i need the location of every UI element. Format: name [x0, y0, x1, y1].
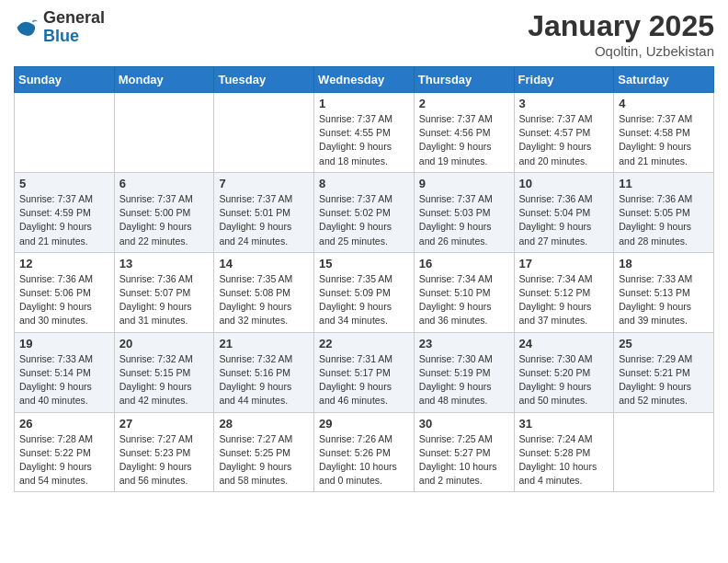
day-info-15: Sunrise: 7:35 AM Sunset: 5:09 PM Dayligh…	[319, 272, 409, 328]
col-sunday: Sunday	[15, 67, 115, 93]
calendar-cell-w1-d4: 2Sunrise: 7:37 AM Sunset: 4:56 PM Daylig…	[414, 93, 514, 173]
calendar-cell-w1-d2	[214, 93, 314, 173]
day-number-23: 23	[419, 337, 509, 350]
logo-icon	[14, 15, 40, 40]
calendar-cell-w3-d6: 18Sunrise: 7:33 AM Sunset: 5:13 PM Dayli…	[614, 252, 714, 332]
day-info-14: Sunrise: 7:35 AM Sunset: 5:08 PM Dayligh…	[219, 272, 309, 328]
calendar-cell-w3-d0: 12Sunrise: 7:36 AM Sunset: 5:06 PM Dayli…	[15, 252, 115, 332]
calendar-cell-w2-d1: 6Sunrise: 7:37 AM Sunset: 5:00 PM Daylig…	[114, 172, 214, 252]
day-info-6: Sunrise: 7:37 AM Sunset: 5:00 PM Dayligh…	[119, 192, 210, 248]
day-number-12: 12	[19, 257, 109, 270]
day-number-6: 6	[119, 177, 210, 190]
day-number-30: 30	[419, 417, 509, 431]
day-number-3: 3	[519, 97, 609, 110]
day-info-12: Sunrise: 7:36 AM Sunset: 5:06 PM Dayligh…	[19, 272, 109, 328]
day-info-1: Sunrise: 7:37 AM Sunset: 4:55 PM Dayligh…	[319, 112, 409, 168]
calendar-cell-w5-d0: 26Sunrise: 7:28 AM Sunset: 5:22 PM Dayli…	[15, 412, 115, 492]
calendar-cell-w4-d1: 20Sunrise: 7:32 AM Sunset: 5:15 PM Dayli…	[114, 332, 214, 412]
calendar-cell-w2-d2: 7Sunrise: 7:37 AM Sunset: 5:01 PM Daylig…	[214, 172, 314, 252]
calendar-cell-w4-d6: 25Sunrise: 7:29 AM Sunset: 5:21 PM Dayli…	[614, 332, 714, 412]
day-number-19: 19	[19, 337, 109, 350]
calendar-cell-w1-d3: 1Sunrise: 7:37 AM Sunset: 4:55 PM Daylig…	[314, 93, 415, 173]
day-number-14: 14	[219, 257, 309, 270]
day-number-24: 24	[519, 337, 609, 350]
calendar-header-row: Sunday Monday Tuesday Wednesday Thursday…	[15, 67, 714, 93]
day-info-28: Sunrise: 7:27 AM Sunset: 5:25 PM Dayligh…	[219, 432, 309, 488]
day-info-10: Sunrise: 7:36 AM Sunset: 5:04 PM Dayligh…	[519, 192, 609, 248]
calendar-cell-w4-d0: 19Sunrise: 7:33 AM Sunset: 5:14 PM Dayli…	[15, 332, 115, 412]
day-number-11: 11	[619, 177, 709, 190]
day-info-31: Sunrise: 7:24 AM Sunset: 5:28 PM Dayligh…	[519, 432, 609, 488]
col-monday: Monday	[114, 67, 214, 93]
day-info-26: Sunrise: 7:28 AM Sunset: 5:22 PM Dayligh…	[19, 432, 109, 488]
day-info-8: Sunrise: 7:37 AM Sunset: 5:02 PM Dayligh…	[319, 192, 409, 248]
calendar-cell-w1-d0	[15, 93, 115, 173]
day-number-27: 27	[119, 417, 210, 431]
day-info-13: Sunrise: 7:36 AM Sunset: 5:07 PM Dayligh…	[119, 272, 210, 328]
header: General Blue January 2025 Oqoltin, Uzbek…	[14, 9, 714, 59]
day-number-31: 31	[519, 417, 609, 431]
day-number-28: 28	[219, 417, 309, 431]
day-info-18: Sunrise: 7:33 AM Sunset: 5:13 PM Dayligh…	[619, 272, 709, 328]
col-tuesday: Tuesday	[214, 67, 314, 93]
calendar-week-4: 19Sunrise: 7:33 AM Sunset: 5:14 PM Dayli…	[15, 332, 714, 412]
day-info-25: Sunrise: 7:29 AM Sunset: 5:21 PM Dayligh…	[619, 352, 709, 408]
calendar-cell-w5-d3: 29Sunrise: 7:26 AM Sunset: 5:26 PM Dayli…	[314, 412, 415, 492]
day-info-4: Sunrise: 7:37 AM Sunset: 4:58 PM Dayligh…	[619, 112, 709, 168]
day-number-16: 16	[419, 257, 509, 270]
day-number-10: 10	[519, 177, 609, 190]
day-info-22: Sunrise: 7:31 AM Sunset: 5:17 PM Dayligh…	[319, 352, 409, 408]
calendar-cell-w4-d3: 22Sunrise: 7:31 AM Sunset: 5:17 PM Dayli…	[314, 332, 415, 412]
calendar-cell-w3-d1: 13Sunrise: 7:36 AM Sunset: 5:07 PM Dayli…	[114, 252, 214, 332]
calendar-cell-w3-d5: 17Sunrise: 7:34 AM Sunset: 5:12 PM Dayli…	[514, 252, 614, 332]
logo-text: General Blue	[43, 9, 105, 46]
calendar-cell-w5-d4: 30Sunrise: 7:25 AM Sunset: 5:27 PM Dayli…	[414, 412, 514, 492]
day-number-21: 21	[219, 337, 309, 350]
day-info-2: Sunrise: 7:37 AM Sunset: 4:56 PM Dayligh…	[419, 112, 509, 168]
day-number-8: 8	[319, 177, 409, 190]
calendar-cell-w2-d6: 11Sunrise: 7:36 AM Sunset: 5:05 PM Dayli…	[614, 172, 714, 252]
calendar-week-1: 1Sunrise: 7:37 AM Sunset: 4:55 PM Daylig…	[15, 93, 714, 173]
day-info-5: Sunrise: 7:37 AM Sunset: 4:59 PM Dayligh…	[19, 192, 109, 248]
day-number-15: 15	[319, 257, 409, 270]
logo: General Blue	[14, 9, 105, 46]
day-info-21: Sunrise: 7:32 AM Sunset: 5:16 PM Dayligh…	[219, 352, 309, 408]
day-number-13: 13	[119, 257, 210, 270]
col-wednesday: Wednesday	[314, 67, 415, 93]
day-number-5: 5	[19, 177, 109, 190]
calendar-week-2: 5Sunrise: 7:37 AM Sunset: 4:59 PM Daylig…	[15, 172, 714, 252]
day-number-9: 9	[419, 177, 509, 190]
day-number-4: 4	[619, 97, 709, 110]
month-title: January 2025	[528, 9, 714, 43]
calendar-cell-w1-d6: 4Sunrise: 7:37 AM Sunset: 4:58 PM Daylig…	[614, 93, 714, 173]
logo-blue-text: Blue	[43, 28, 105, 46]
day-info-3: Sunrise: 7:37 AM Sunset: 4:57 PM Dayligh…	[519, 112, 609, 168]
col-saturday: Saturday	[614, 67, 714, 93]
day-number-29: 29	[319, 417, 409, 431]
day-number-18: 18	[619, 257, 709, 270]
col-friday: Friday	[514, 67, 614, 93]
page: General Blue January 2025 Oqoltin, Uzbek…	[0, 0, 728, 506]
day-info-20: Sunrise: 7:32 AM Sunset: 5:15 PM Dayligh…	[119, 352, 210, 408]
location: Oqoltin, Uzbekistan	[528, 43, 714, 59]
logo-general-text: General	[43, 9, 105, 28]
day-info-11: Sunrise: 7:36 AM Sunset: 5:05 PM Dayligh…	[619, 192, 709, 248]
calendar-table: Sunday Monday Tuesday Wednesday Thursday…	[14, 66, 714, 492]
day-info-27: Sunrise: 7:27 AM Sunset: 5:23 PM Dayligh…	[119, 432, 210, 488]
calendar-week-3: 12Sunrise: 7:36 AM Sunset: 5:06 PM Dayli…	[15, 252, 714, 332]
calendar-cell-w4-d4: 23Sunrise: 7:30 AM Sunset: 5:19 PM Dayli…	[414, 332, 514, 412]
calendar-cell-w2-d0: 5Sunrise: 7:37 AM Sunset: 4:59 PM Daylig…	[15, 172, 115, 252]
title-section: January 2025 Oqoltin, Uzbekistan	[528, 9, 714, 59]
calendar-cell-w4-d5: 24Sunrise: 7:30 AM Sunset: 5:20 PM Dayli…	[514, 332, 614, 412]
day-info-7: Sunrise: 7:37 AM Sunset: 5:01 PM Dayligh…	[219, 192, 309, 248]
calendar-week-5: 26Sunrise: 7:28 AM Sunset: 5:22 PM Dayli…	[15, 412, 714, 492]
calendar-cell-w2-d3: 8Sunrise: 7:37 AM Sunset: 5:02 PM Daylig…	[314, 172, 415, 252]
day-number-20: 20	[119, 337, 210, 350]
calendar-cell-w5-d6	[614, 412, 714, 492]
day-number-1: 1	[319, 97, 409, 110]
day-info-9: Sunrise: 7:37 AM Sunset: 5:03 PM Dayligh…	[419, 192, 509, 248]
calendar-cell-w2-d5: 10Sunrise: 7:36 AM Sunset: 5:04 PM Dayli…	[514, 172, 614, 252]
col-thursday: Thursday	[414, 67, 514, 93]
day-number-7: 7	[219, 177, 309, 190]
calendar-cell-w2-d4: 9Sunrise: 7:37 AM Sunset: 5:03 PM Daylig…	[414, 172, 514, 252]
